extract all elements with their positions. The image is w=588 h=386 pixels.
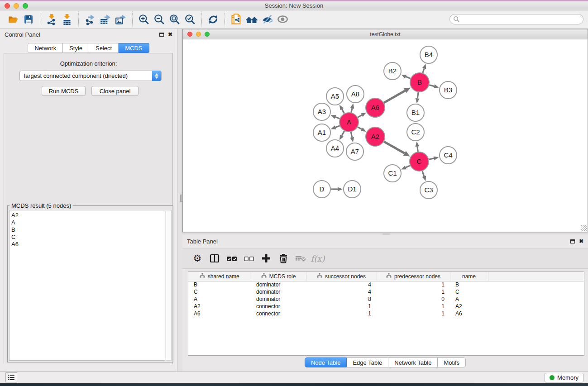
horizontal-splitter-handle[interactable]	[382, 233, 390, 235]
graph-node-C1[interactable]: C1	[384, 165, 401, 182]
tab-select[interactable]: Select	[89, 43, 119, 53]
run-mcds-button[interactable]: Run MCDS	[42, 86, 86, 96]
column-header-successor-nodes[interactable]: successor nodes	[306, 272, 377, 281]
graph-node-B[interactable]: B	[410, 73, 429, 92]
mcds-list-scrollbar[interactable]	[166, 210, 172, 361]
tab-network[interactable]: Network	[28, 43, 63, 53]
window-resize-grip[interactable]	[581, 225, 587, 231]
zoom-selected-icon[interactable]	[182, 12, 198, 27]
tab-edge-table[interactable]: Edge Table	[347, 357, 388, 367]
save-session-icon[interactable]	[21, 12, 36, 27]
graph-node-D1[interactable]: D1	[344, 181, 361, 198]
refresh-network-icon[interactable]	[206, 12, 221, 27]
hide-panels-icon[interactable]	[259, 12, 275, 27]
show-panels-icon[interactable]	[275, 12, 290, 27]
table-row[interactable]: A2connector11A2	[188, 303, 584, 310]
export-image-icon[interactable]	[113, 12, 129, 27]
graph-edge-A2-C[interactable]	[384, 142, 410, 157]
column-header-predecessor-nodes[interactable]: predecessor nodes	[377, 272, 450, 281]
graph-edge-C-C2[interactable]	[415, 142, 419, 152]
graph-edge-A-A8[interactable]	[350, 103, 354, 112]
mcds-result-item[interactable]: A2	[11, 212, 165, 219]
column-header-name[interactable]: name	[450, 272, 488, 281]
export-network-icon[interactable]	[82, 12, 98, 27]
graph-edge-A-A7[interactable]	[350, 132, 354, 143]
graph-node-B3[interactable]: B3	[440, 81, 457, 99]
mcds-result-item[interactable]: A6	[11, 241, 165, 248]
graph-edge-D-D1[interactable]	[331, 187, 343, 191]
task-history-button[interactable]	[5, 372, 17, 382]
graph-edge-A-A6[interactable]	[358, 113, 366, 117]
float-panel-icon[interactable]	[159, 33, 164, 37]
graph-edge-B-B2[interactable]	[401, 75, 410, 78]
search-input[interactable]	[449, 14, 583, 24]
graph-node-B1[interactable]: B1	[407, 104, 424, 121]
criterion-dropdown[interactable]: largest connected component (directed)	[19, 71, 162, 81]
tab-motifs[interactable]: Motifs	[438, 357, 466, 367]
graph-edge-C-C3[interactable]	[422, 171, 426, 181]
graph-node-A[interactable]: A	[339, 113, 359, 132]
close-panel-icon[interactable]: ✖	[168, 32, 172, 37]
graph-edge-A-A4[interactable]	[339, 131, 344, 140]
graph-node-A2[interactable]: A2	[366, 127, 385, 146]
network-canvas[interactable]: AA1A2A3A4A5A6A7A8BB1B2B3B4CC1C2C3C4DD1	[183, 39, 588, 232]
column-header-shared-name[interactable]: shared name	[188, 272, 251, 281]
graph-edge-A-A5[interactable]	[339, 105, 344, 113]
mcds-result-item[interactable]: B	[11, 226, 165, 234]
table-row[interactable]: A6connector11A6	[188, 310, 584, 317]
graph-node-C4[interactable]: C4	[440, 147, 457, 164]
graph-edge-A-A3[interactable]	[331, 115, 340, 119]
export-table-icon[interactable]	[98, 12, 113, 27]
graph-node-B4[interactable]: B4	[420, 46, 437, 63]
graph-edge-A-A2[interactable]	[358, 127, 366, 132]
function-builder-icon[interactable]: f(x)	[311, 252, 325, 265]
deselect-checkboxes-icon[interactable]	[242, 252, 256, 265]
graph-node-A1[interactable]: A1	[313, 124, 330, 141]
mcds-result-list[interactable]: A2ABCA6	[9, 210, 165, 361]
mcds-result-item[interactable]: A	[11, 219, 165, 226]
graph-node-C[interactable]: C	[410, 152, 429, 171]
table-row[interactable]: Bdominator41B	[188, 281, 584, 288]
graph-edge-B-B3[interactable]	[429, 84, 439, 88]
graph-edge-B-B4[interactable]	[422, 64, 426, 73]
zoom-out-icon[interactable]	[152, 12, 167, 27]
close-panel-button[interactable]: Close panel	[91, 86, 139, 96]
graph-node-A6[interactable]: A6	[366, 98, 385, 117]
network-window-titlebar[interactable]: testGlobe.txt	[183, 29, 588, 39]
network-document-icon[interactable]	[229, 12, 244, 27]
tab-node-table[interactable]: Node Table	[305, 357, 347, 367]
open-file-icon[interactable]	[5, 12, 21, 27]
vertical-splitter-handle[interactable]	[180, 195, 183, 202]
add-column-icon[interactable]	[259, 252, 273, 265]
graph-node-A5[interactable]: A5	[326, 88, 344, 105]
column-header-MCDS-role[interactable]: MCDS role	[251, 272, 306, 281]
delete-table-icon[interactable]	[294, 252, 307, 265]
graph-edge-A6-B[interactable]	[384, 87, 411, 103]
graph-node-D[interactable]: D	[313, 181, 330, 198]
graph-node-A8[interactable]: A8	[347, 86, 364, 103]
graph-node-A4[interactable]: A4	[326, 140, 344, 157]
tab-network-table[interactable]: Network Table	[388, 357, 438, 367]
graph-node-C2[interactable]: C2	[407, 124, 424, 141]
import-table-icon[interactable]	[59, 12, 75, 27]
zoom-fit-icon[interactable]	[167, 12, 182, 27]
graph-edge-B-B1[interactable]	[416, 92, 420, 103]
import-network-icon[interactable]	[44, 12, 59, 27]
table-row[interactable]: Adominator80A	[188, 295, 584, 303]
graph-node-B2[interactable]: B2	[384, 62, 401, 80]
tab-mcds[interactable]: MCDS	[119, 43, 149, 53]
graph-node-A7[interactable]: A7	[346, 143, 363, 160]
graph-edge-C-C1[interactable]	[401, 166, 410, 170]
memory-button[interactable]: Memory	[545, 373, 583, 382]
close-panel-icon[interactable]: ✖	[579, 238, 583, 244]
tab-style[interactable]: Style	[63, 43, 89, 53]
graph-edge-C-C4[interactable]	[429, 156, 439, 160]
graph-node-A3[interactable]: A3	[313, 103, 330, 120]
table-row[interactable]: Cdominator41C	[188, 288, 584, 295]
select-all-checkboxes-icon[interactable]	[225, 252, 239, 265]
float-panel-icon[interactable]	[570, 239, 575, 243]
graph-edge-A-A1[interactable]	[331, 125, 340, 129]
graph-node-C3[interactable]: C3	[420, 181, 437, 199]
mcds-result-item[interactable]: C	[11, 234, 165, 241]
split-columns-icon[interactable]	[208, 252, 221, 265]
